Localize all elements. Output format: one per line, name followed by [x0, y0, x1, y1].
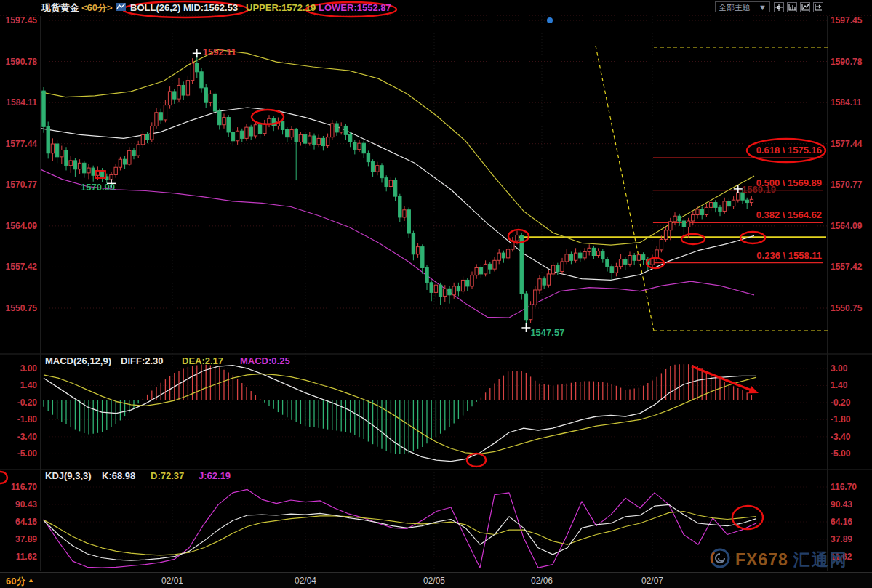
svg-text:-5.00: -5.00: [831, 448, 851, 459]
svg-text:116.70: 116.70: [11, 482, 37, 492]
svg-text:0.236 \ 1558.11: 0.236 \ 1558.11: [756, 250, 822, 261]
svg-text:1584.11: 1584.11: [6, 97, 37, 108]
kdj-params: KDJ(9,3,3): [45, 470, 92, 481]
svg-text:37.89: 37.89: [831, 534, 852, 544]
svg-text:1547.57: 1547.57: [530, 327, 564, 338]
svg-text:1597.45: 1597.45: [6, 15, 38, 25]
svg-text:-3.40: -3.40: [831, 432, 851, 442]
svg-text:0.500 \ 1569.89: 0.500 \ 1569.89: [756, 177, 822, 188]
svg-text:1577.44: 1577.44: [831, 139, 863, 149]
macd-dea-value: DEA:2.17: [182, 355, 223, 366]
svg-text:1550.75: 1550.75: [831, 303, 863, 313]
svg-text:64.16: 64.16: [831, 517, 852, 527]
macd-macd-value: MACD:0.25: [240, 355, 290, 366]
svg-text:37.89: 37.89: [15, 534, 37, 544]
svg-text:0.382 \ 1564.62: 0.382 \ 1564.62: [756, 209, 822, 220]
period-label: <60分>: [81, 2, 113, 14]
chart-zoom-out-icon[interactable]: [800, 2, 810, 12]
svg-text:-3.40: -3.40: [17, 432, 38, 442]
boll-mid-value: MID:1562.53: [183, 2, 238, 14]
theme-dropdown[interactable]: 全部主题 ▼: [715, 1, 770, 12]
kdj-d-value: D:72.37: [151, 470, 184, 481]
svg-text:1592.11: 1592.11: [203, 47, 236, 57]
svg-text:116.70: 116.70: [831, 482, 857, 492]
svg-text:1.40: 1.40: [831, 380, 848, 390]
symbol-name: 现货黄金: [41, 2, 79, 14]
macd-params: MACD(26,12,9): [45, 355, 111, 366]
svg-text:1.40: 1.40: [20, 380, 38, 390]
date-label: 02/01: [161, 576, 183, 586]
date-label: 02/06: [531, 576, 553, 586]
trading-chart-window: 1569.190.618 \ 1575.160.500 \ 1569.890.3…: [0, 0, 872, 588]
crosshair-icon[interactable]: [774, 2, 784, 12]
svg-text:-1.80: -1.80: [17, 414, 38, 424]
svg-text:-0.20: -0.20: [17, 398, 38, 408]
chart-canvas[interactable]: 1569.190.618 \ 1575.160.500 \ 1569.890.3…: [0, 0, 872, 588]
chevron-down-icon: ▼: [759, 2, 767, 12]
svg-text:-0.20: -0.20: [831, 398, 851, 408]
period-tab[interactable]: 60分: [6, 575, 25, 588]
svg-text:-1.80: -1.80: [831, 414, 851, 424]
time-axis-bar: 60分 ▲ 02/0102/0402/0502/0602/07: [0, 572, 872, 588]
svg-text:1584.11: 1584.11: [831, 97, 862, 108]
fx678-logo-icon: [710, 548, 730, 571]
svg-text:0.618 \ 1575.16: 0.618 \ 1575.16: [756, 145, 822, 156]
svg-text:1577.44: 1577.44: [6, 139, 38, 149]
date-label: 02/07: [641, 576, 663, 586]
svg-text:1564.09: 1564.09: [831, 221, 863, 231]
kdj-k-value: K:68.98: [102, 470, 135, 481]
boll-indicator-icon: [116, 2, 126, 12]
svg-text:90.43: 90.43: [15, 499, 37, 510]
svg-text:1597.45: 1597.45: [831, 15, 863, 25]
macd-diff-value: DIFF:2.30: [121, 355, 164, 366]
kdj-indicator-header: KDJ(9,3,3) K:68.98 D:72.37 J:62.19: [0, 470, 872, 482]
boll-upper-value: UPPER:1572.19: [246, 2, 316, 14]
svg-text:90.43: 90.43: [831, 499, 852, 510]
svg-text:1590.78: 1590.78: [831, 57, 863, 67]
macd-indicator-header: MACD(26,12,9) DIFF:2.30 DEA:2.17 MACD:0.…: [0, 355, 872, 367]
chart-pan-icon[interactable]: [813, 2, 823, 12]
period-up-arrow-icon[interactable]: ▲: [28, 576, 34, 584]
svg-text:1570.77: 1570.77: [831, 180, 863, 190]
svg-text:11.62: 11.62: [16, 552, 38, 562]
svg-text:1570.77: 1570.77: [6, 180, 38, 190]
boll-params: BOLL(26,2): [130, 2, 180, 14]
watermark-brand: FX678: [735, 550, 788, 570]
kdj-j-value: J:62.19: [199, 470, 231, 481]
boll-lower-value: LOWER:1552.87: [319, 2, 391, 14]
svg-text:1557.42: 1557.42: [6, 262, 38, 272]
theme-dropdown-label: 全部主题: [719, 2, 751, 12]
svg-text:64.16: 64.16: [15, 517, 37, 527]
svg-text:1590.78: 1590.78: [6, 57, 38, 67]
svg-text:1557.42: 1557.42: [831, 262, 863, 272]
svg-text:-5.00: -5.00: [17, 448, 38, 459]
date-label: 02/05: [423, 576, 445, 586]
watermark-site: 汇通网: [793, 549, 848, 571]
watermark-logo: FX678 汇通网: [710, 548, 848, 571]
svg-text:1570.99: 1570.99: [81, 182, 115, 193]
svg-text:1564.09: 1564.09: [6, 221, 38, 231]
date-label: 02/04: [295, 576, 316, 586]
chart-zoom-in-icon[interactable]: [787, 2, 797, 12]
svg-text:1550.75: 1550.75: [6, 303, 38, 313]
